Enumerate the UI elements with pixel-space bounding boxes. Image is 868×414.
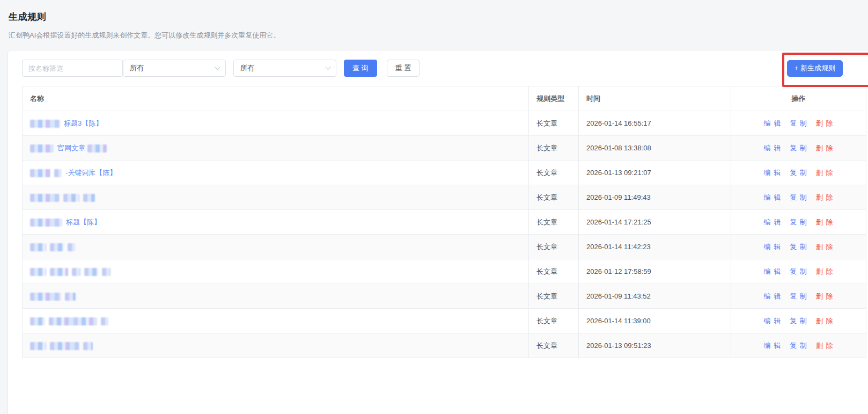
edit-link[interactable]: 编 辑	[764, 292, 782, 300]
rule-type-cell: 长文章	[528, 111, 578, 135]
table-row: 官网文章长文章2026-01-08 13:38:08编 辑复 制删 除	[23, 135, 866, 160]
rule-type-cell: 长文章	[528, 259, 578, 284]
copy-link[interactable]: 复 制	[790, 169, 807, 177]
rule-actions-cell: 编 辑复 制删 除	[731, 135, 866, 160]
rule-name-cell: 标题3【陈】	[23, 111, 528, 135]
rule-name-link[interactable]: -关键词库【陈】	[65, 169, 116, 177]
copy-link[interactable]: 复 制	[790, 317, 807, 325]
rule-name-link[interactable]: 标题【陈】	[66, 218, 101, 226]
rule-time-cell: 2026-01-14 16:55:17	[578, 111, 731, 135]
delete-link[interactable]: 删 除	[816, 169, 834, 177]
edit-link[interactable]: 编 辑	[764, 119, 782, 127]
rule-type-cell: 长文章	[528, 160, 578, 185]
redacted-text	[83, 342, 93, 350]
rule-type-cell: 长文章	[528, 308, 578, 333]
redacted-text	[83, 194, 95, 202]
table-row: 长文章2026-01-09 11:49:43编 辑复 制删 除	[23, 185, 866, 209]
chevron-down-icon	[215, 63, 220, 69]
delete-link[interactable]: 删 除	[816, 317, 834, 325]
rule-type-select[interactable]: 所有	[123, 60, 226, 77]
rule-name-link[interactable]: 官网文章	[57, 144, 85, 152]
rule-type-select-value: 所有	[130, 63, 144, 73]
rule-name-cell	[23, 185, 528, 209]
redacted-text	[49, 317, 97, 325]
chevron-down-icon	[325, 63, 331, 69]
rule-actions-cell: 编 辑复 制删 除	[731, 209, 866, 234]
table-row: 标题【陈】长文章2026-01-14 17:21:25编 辑复 制删 除	[23, 209, 866, 234]
table-row: 标题3【陈】长文章2026-01-14 16:55:17编 辑复 制删 除	[23, 111, 866, 135]
edit-link[interactable]: 编 辑	[764, 193, 782, 201]
filter-toolbar: 所有 所有 查 询 重 置 + 新生成规则	[8, 50, 868, 77]
redacted-text	[30, 219, 62, 227]
copy-link[interactable]: 复 制	[790, 267, 807, 275]
copy-link[interactable]: 复 制	[790, 119, 807, 127]
column-header-name: 名称	[23, 86, 528, 111]
copy-link[interactable]: 复 制	[790, 342, 807, 350]
redacted-text	[102, 268, 111, 276]
name-filter-input[interactable]	[22, 60, 123, 77]
edit-link[interactable]: 编 辑	[764, 342, 782, 350]
edit-link[interactable]: 编 辑	[764, 267, 782, 275]
table-row: 长文章2026-01-14 11:39:00编 辑复 制删 除	[23, 308, 866, 333]
reset-button[interactable]: 重 置	[387, 60, 420, 77]
rule-name-cell	[23, 308, 528, 333]
rule-time-cell: 2026-01-09 11:49:43	[578, 185, 731, 209]
delete-link[interactable]: 删 除	[816, 267, 834, 275]
redacted-text	[30, 194, 60, 202]
copy-link[interactable]: 复 制	[790, 243, 807, 251]
rule-actions-cell: 编 辑复 制删 除	[731, 333, 866, 358]
copy-link[interactable]: 复 制	[790, 193, 807, 201]
rule-name-cell: 标题【陈】	[23, 209, 528, 234]
table-row: 长文章2026-01-12 17:58:59编 辑复 制删 除	[23, 259, 866, 284]
rule-name-cell	[23, 333, 528, 358]
redacted-text	[50, 268, 68, 276]
status-select[interactable]: 所有	[233, 60, 336, 77]
table-header-row: 名称 规则类型 时间 操作	[23, 86, 866, 111]
rule-name-cell	[23, 234, 528, 259]
column-header-type: 规则类型	[528, 86, 578, 111]
search-button[interactable]: 查 询	[344, 60, 377, 77]
rule-type-cell: 长文章	[528, 234, 578, 259]
redacted-text	[50, 243, 64, 251]
edit-link[interactable]: 编 辑	[764, 243, 782, 251]
delete-link[interactable]: 删 除	[816, 119, 834, 127]
rule-actions-cell: 编 辑复 制删 除	[731, 259, 866, 284]
delete-link[interactable]: 删 除	[816, 243, 834, 251]
delete-link[interactable]: 删 除	[816, 144, 834, 152]
delete-link[interactable]: 删 除	[816, 342, 834, 350]
delete-link[interactable]: 删 除	[816, 292, 834, 300]
rule-name-cell: 官网文章	[23, 135, 528, 160]
delete-link[interactable]: 删 除	[816, 193, 834, 201]
rule-type-cell: 长文章	[528, 209, 578, 234]
rule-time-cell: 2026-01-13 09:21:07	[578, 160, 731, 185]
column-header-time: 时间	[578, 86, 731, 111]
rule-type-cell: 长文章	[528, 333, 578, 358]
copy-link[interactable]: 复 制	[790, 144, 807, 152]
copy-link[interactable]: 复 制	[790, 292, 807, 300]
rule-time-cell: 2026-01-14 17:21:25	[578, 209, 731, 234]
edit-link[interactable]: 编 辑	[764, 144, 782, 152]
edit-link[interactable]: 编 辑	[764, 169, 782, 177]
redacted-text	[72, 268, 80, 276]
rule-time-cell: 2026-01-14 11:42:23	[578, 234, 731, 259]
rule-time-cell: 2026-01-09 11:43:52	[578, 284, 731, 308]
redacted-text	[65, 293, 76, 301]
new-rule-button[interactable]: + 新生成规则	[787, 60, 843, 77]
copy-link[interactable]: 复 制	[790, 218, 807, 226]
redacted-text	[30, 120, 60, 128]
page-header: 生成规则 汇创鸭AI会根据设置好的生成规则来创作文章。您可以修改生成规则并多次重…	[0, 0, 868, 40]
edit-link[interactable]: 编 辑	[764, 218, 782, 226]
page-title: 生成规则	[9, 11, 859, 23]
edit-link[interactable]: 编 辑	[764, 317, 782, 325]
rule-actions-cell: 编 辑复 制删 除	[731, 234, 866, 259]
redacted-text	[87, 144, 107, 152]
delete-link[interactable]: 删 除	[816, 218, 834, 226]
rule-actions-cell: 编 辑复 制删 除	[731, 284, 866, 308]
redacted-text	[84, 268, 98, 276]
rule-name-link[interactable]: 标题3【陈】	[64, 119, 102, 127]
redacted-text	[101, 317, 108, 325]
redacted-text	[30, 317, 45, 325]
rule-actions-cell: 编 辑复 制删 除	[731, 160, 866, 185]
redacted-text	[50, 342, 79, 350]
rules-card: 所有 所有 查 询 重 置 + 新生成规则 名称 规则类型 时间 操作 标题3【…	[8, 50, 868, 414]
